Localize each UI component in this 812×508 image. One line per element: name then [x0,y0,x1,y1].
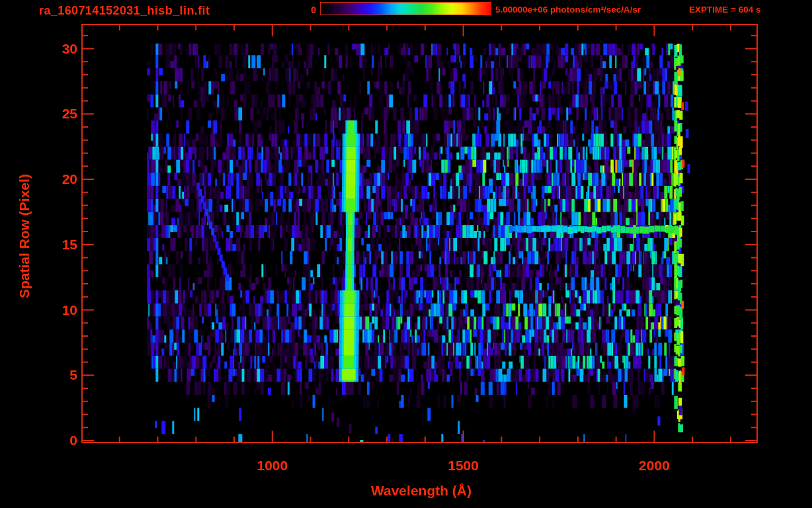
colorbar-max-label: 5.00000e+06 photons/cm²/sec/A/sr [495,5,641,15]
y-tick-label-0: 0 [30,433,77,448]
x-tick-label-1000: 1000 [257,458,288,474]
x-tick-label-1500: 1500 [448,458,479,474]
file-title: ra_160714152031_hisb_lin.fit [39,4,210,18]
x-tick-label-2000: 2000 [639,458,670,474]
y-tick-label-30: 30 [30,41,77,57]
y-tick-label-5: 5 [30,367,77,383]
x-axis-title: Wavelength (Å) [371,483,471,499]
y-tick-label-20: 20 [30,171,77,187]
colorbar-min-label: 0 [299,5,316,15]
y-tick-label-25: 25 [30,106,77,122]
y-tick-label-10: 10 [30,302,77,318]
y-tick-label-15: 15 [30,237,77,253]
spectral-image-viewer-window: ra_160714152031_hisb_lin.fit 0 5.00000e+… [0,0,812,508]
colorbar-gradient [320,2,491,15]
spectral-heatmap-canvas [0,0,812,508]
exptime-label: EXPTIME = 604 s [689,5,760,15]
